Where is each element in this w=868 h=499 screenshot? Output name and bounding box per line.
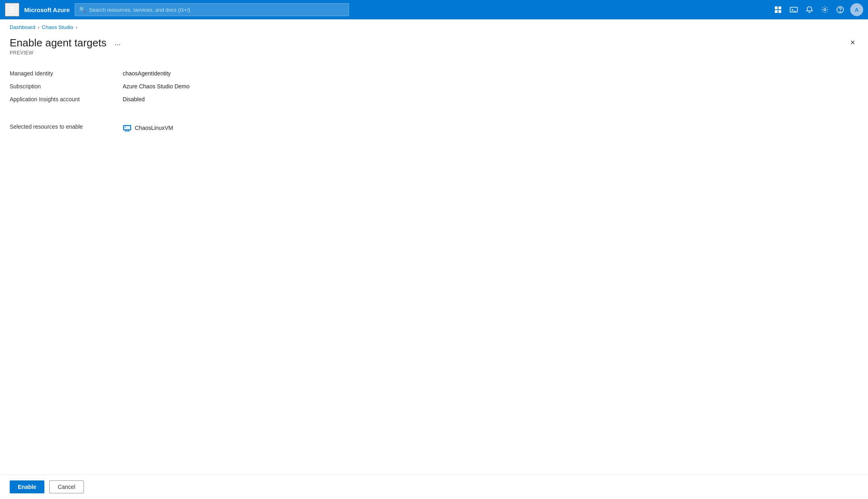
bell-button[interactable] [803, 4, 816, 16]
ellipsis-button[interactable]: ... [111, 37, 124, 49]
panel-title-area: Enable agent targets ... PREVIEW [10, 37, 124, 56]
svg-rect-3 [778, 10, 781, 13]
search-input[interactable] [89, 7, 345, 13]
breadcrumb-chaos-studio[interactable]: Chaos Studio [42, 24, 73, 30]
resource-value: ChaosLinuxVM [123, 120, 858, 136]
enable-button[interactable]: Enable [10, 480, 44, 493]
vm-icon [123, 123, 132, 132]
svg-point-6 [824, 9, 826, 11]
svg-rect-1 [778, 6, 781, 9]
grid-icon-button[interactable] [771, 4, 785, 16]
svg-rect-2 [775, 10, 778, 13]
search-bar[interactable]: 🔍 [75, 3, 349, 16]
close-button[interactable]: × [847, 37, 858, 48]
navbar: ☰ Microsoft Azure 🔍 [0, 0, 868, 19]
cloud-shell-icon [790, 6, 798, 13]
cancel-button[interactable]: Cancel [49, 480, 84, 493]
breadcrumb-dashboard[interactable]: Dashboard [10, 24, 36, 30]
resources-grid: Selected resources to enable Cha [10, 120, 858, 136]
help-icon [837, 6, 844, 13]
detail-value-1: Azure Chaos Studio Demo [123, 80, 858, 93]
resource-label: Selected resources to enable [10, 120, 123, 136]
panel-title: Enable agent targets [10, 37, 107, 49]
detail-label-0: Managed Identity [10, 67, 123, 80]
search-icon: 🔍 [79, 6, 86, 13]
svg-point-8 [840, 11, 841, 12]
svg-rect-0 [775, 6, 778, 9]
cloud-shell-button[interactable] [786, 4, 801, 16]
avatar[interactable]: A [850, 3, 863, 16]
panel-subtitle: PREVIEW [10, 50, 124, 56]
brand-name: Microsoft Azure [24, 6, 70, 13]
detail-value-0: chaosAgentIdentity [123, 67, 858, 80]
svg-rect-16 [125, 127, 126, 127]
detail-value-2: Disabled [123, 93, 858, 106]
details-grid: Managed Identity chaosAgentIdentity Subs… [10, 67, 858, 106]
breadcrumb-sep-2: › [76, 25, 77, 30]
hamburger-button[interactable]: ☰ [5, 3, 19, 17]
vm-name: ChaosLinuxVM [135, 125, 173, 131]
help-button[interactable] [833, 4, 847, 16]
detail-label-1: Subscription [10, 80, 123, 93]
panel-footer: Enable Cancel [0, 474, 868, 499]
resources-section: Selected resources to enable Cha [0, 115, 868, 136]
section-divider [0, 106, 868, 115]
panel-header: Enable agent targets ... PREVIEW × [0, 30, 868, 56]
gear-icon [821, 6, 828, 13]
detail-label-2: Application Insights account [10, 93, 123, 106]
navbar-icon-group: A [771, 3, 863, 16]
details-section: Managed Identity chaosAgentIdentity Subs… [0, 56, 868, 106]
main-content: Dashboard › Chaos Studio › Enable agent … [0, 19, 868, 499]
vm-svg-icon [123, 123, 132, 132]
grid-icon [774, 6, 782, 13]
breadcrumb-sep-1: › [38, 25, 40, 30]
bell-icon [806, 6, 813, 13]
breadcrumb: Dashboard › Chaos Studio › [0, 19, 868, 30]
settings-button[interactable] [818, 4, 832, 16]
